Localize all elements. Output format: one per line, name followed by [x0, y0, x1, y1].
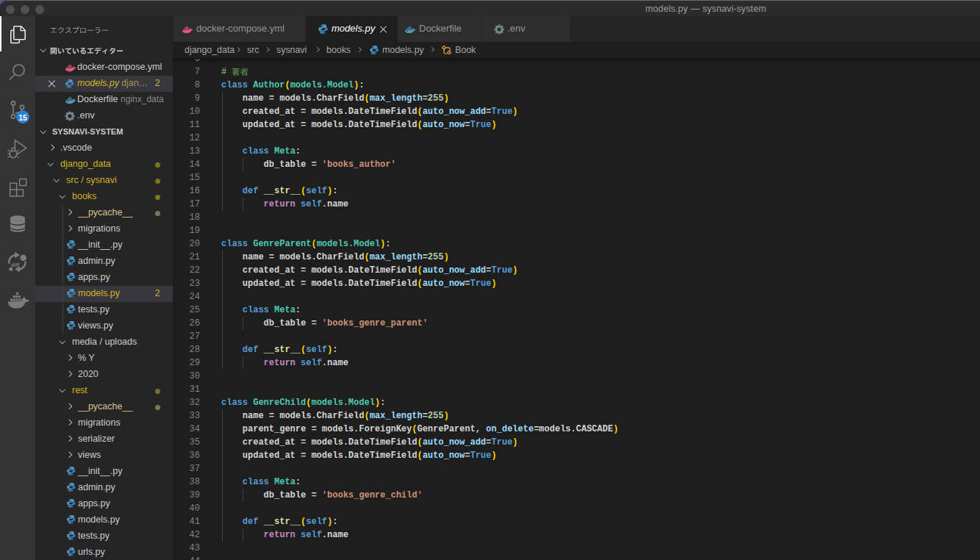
svg-text:diff: diff	[11, 262, 19, 268]
